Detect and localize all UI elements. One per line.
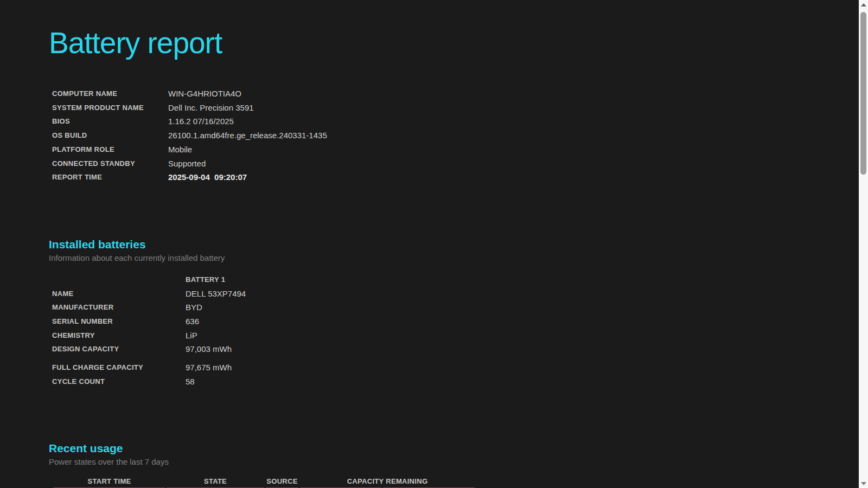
battery-report-page: Battery report COMPUTER NAME WIN-G4HRIOT… [0,0,868,488]
info-value: Dell Inc. Precision 3591 [165,101,327,115]
info-value: WIN-G4HRIOTIA4O [165,87,327,101]
scroll-up-icon [861,3,866,7]
recent-usage-section: Recent usage Power states over the last … [49,441,846,488]
usage-col-start-time: START TIME [54,477,165,486]
info-row: SYSTEM PRODUCT NAME Dell Inc. Precision … [49,101,327,115]
info-value: Mobile [165,143,327,157]
battery-value: DELL 53XP7494 [182,287,246,301]
battery-label: FULL CHARGE CAPACITY [49,361,182,375]
usage-col-capacity-remaining: CAPACITY REMAINING [300,477,475,486]
battery-row: CYCLE COUNT 58 [49,375,232,389]
battery-label: DESIGN CAPACITY [49,342,182,356]
info-label: SYSTEM PRODUCT NAME [49,101,165,115]
battery-label: MANUFACTURER [49,300,182,314]
info-label: BIOS [49,114,165,129]
battery-row: DESIGN CAPACITY 97,003 mWh [49,342,246,356]
recent-usage-subtitle: Power states over the last 7 days [49,456,846,468]
installed-batteries-subtitle: Information about each currently install… [49,252,846,264]
battery-label: SERIAL NUMBER [49,314,182,329]
battery-column-header: BATTERY 1 [182,273,246,287]
info-value: 1.16.2 07/16/2025 [165,114,327,129]
info-value: Supported [165,157,327,171]
info-row: REPORT TIME 2025-09-04 09:20:07 [49,170,327,184]
battery-value: LiP [182,329,246,343]
info-label: CONNECTED STANDBY [49,157,165,171]
info-row: COMPUTER NAME WIN-G4HRIOTIA4O [49,87,327,101]
battery-label: CHEMISTRY [49,329,182,343]
info-row: OS BUILD 26100.1.amd64fre.ge_release.240… [49,129,327,143]
info-row: CONNECTED STANDBY Supported [49,157,327,171]
battery-row: FULL CHARGE CAPACITY 97,675 mWh [49,361,232,375]
info-label: COMPUTER NAME [49,87,165,101]
installed-batteries-heading: Installed batteries [49,237,846,252]
info-row: PLATFORM ROLE Mobile [49,143,327,157]
vertical-scrollbar[interactable] [859,0,868,488]
battery-capacity-table: FULL CHARGE CAPACITY 97,675 mWh CYCLE CO… [49,361,232,388]
system-info-table: COMPUTER NAME WIN-G4HRIOTIA4O SYSTEM PRO… [49,87,327,184]
battery-label: CYCLE COUNT [49,375,182,389]
battery-value: 97,675 mWh [182,361,232,375]
usage-header-row: START TIME STATE SOURCE CAPACITY REMAINI… [54,477,475,486]
info-label: REPORT TIME [49,170,165,184]
scrollbar-thumb[interactable] [860,12,866,175]
scroll-down-icon [861,482,866,485]
recent-usage-heading: Recent usage [49,441,846,456]
info-label: OS BUILD [49,129,165,143]
battery-details-table: BATTERY 1 NAME DELL 53XP7494 MANUFACTURE… [49,273,246,356]
info-label: PLATFORM ROLE [49,143,165,157]
battery-value: 636 [182,314,246,329]
scroll-down-button[interactable] [859,479,868,488]
usage-col-source: SOURCE [266,477,298,486]
battery-row: SERIAL NUMBER 636 [49,314,246,329]
battery-value: BYD [182,300,246,314]
battery-value: 97,003 mWh [182,342,246,356]
page-title: Battery report [49,25,846,61]
info-row: BIOS 1.16.2 07/16/2025 [49,114,327,129]
report-time-value: 2025-09-04 09:20:07 [165,170,327,184]
info-value: 26100.1.amd64fre.ge_release.240331-1435 [165,129,327,143]
battery-row: CHEMISTRY LiP [49,329,246,343]
battery-column-header-row: BATTERY 1 [49,273,246,287]
battery-label: NAME [49,287,182,301]
usage-col-state: STATE [167,477,264,486]
battery-value: 58 [182,375,232,389]
installed-batteries-section: Installed batteries Information about ea… [49,237,846,389]
battery-row: NAME DELL 53XP7494 [49,287,246,301]
scroll-up-button[interactable] [859,0,868,9]
battery-row: MANUFACTURER BYD [49,300,246,314]
recent-usage-table: START TIME STATE SOURCE CAPACITY REMAINI… [52,476,476,488]
